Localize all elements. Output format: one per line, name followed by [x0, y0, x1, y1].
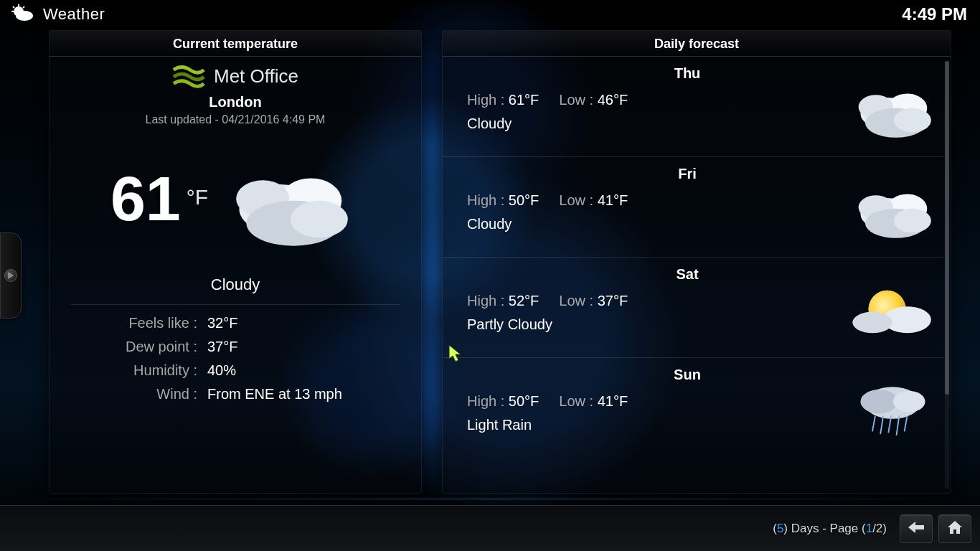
wind-value: From ENE at 13 mph — [207, 386, 392, 402]
low-label: Low : — [559, 92, 597, 108]
forecast-temps: High : 61°FLow : 46°F — [467, 92, 864, 108]
low-label: Low : — [559, 393, 597, 409]
page-status: (5) Days - Page (1/2) — [773, 522, 887, 536]
high-value: 61°F — [509, 92, 539, 108]
content: Current temperature Met Office London La… — [49, 30, 951, 494]
cloudy-icon — [846, 168, 939, 247]
status-text: ) Days - Page ( — [783, 522, 865, 535]
humidity-label: Humidity : — [78, 362, 207, 379]
forecast-item[interactable]: ThuHigh : 61°FLow : 46°FCloudy — [443, 57, 943, 157]
last-updated: Last updated - 04/21/2016 4:49 PM — [50, 113, 421, 126]
forecast-condition: Cloudy — [467, 116, 864, 132]
status-text: ) — [882, 522, 887, 535]
scrollbar[interactable] — [945, 61, 949, 489]
status-days: 5 — [777, 522, 783, 535]
forecast-panel-title: Daily forecast — [443, 31, 951, 57]
low-value: 37°F — [598, 293, 628, 309]
high-value: 50°F — [509, 192, 539, 208]
current-condition: Cloudy — [50, 276, 421, 294]
low-label: Low : — [559, 293, 597, 309]
high-value: 50°F — [509, 393, 539, 409]
forecast-item[interactable]: FriHigh : 50°FLow : 41°FCloudy — [443, 157, 943, 258]
high-label: High : — [467, 393, 509, 409]
high-label: High : — [467, 92, 509, 108]
forecast-item[interactable]: SatHigh : 52°FLow : 37°FPartly Cloudy — [443, 258, 943, 358]
forecast-list[interactable]: ThuHigh : 61°FLow : 46°FCloudyFriHigh : … — [443, 57, 943, 493]
temp-unit: °F — [187, 185, 208, 209]
back-button[interactable] — [900, 514, 933, 543]
expand-icon — [4, 269, 17, 282]
forecast-day: Thu — [489, 65, 886, 82]
forecast-condition: Cloudy — [467, 216, 864, 232]
feels-like-label: Feels like : — [78, 315, 207, 331]
high-label: High : — [467, 293, 509, 309]
feels-like-value: 32°F — [207, 315, 392, 331]
forecast-temps: High : 52°FLow : 37°F — [467, 293, 864, 309]
low-label: Low : — [559, 192, 597, 208]
humidity-value: 40% — [207, 362, 392, 379]
forecast-day: Sat — [489, 266, 886, 283]
dew-point-value: 37°F — [207, 339, 392, 355]
forecast-condition: Partly Cloudy — [467, 316, 864, 333]
low-value: 41°F — [598, 393, 628, 409]
forecast-day: Sun — [489, 367, 886, 383]
current-temp: 61 — [110, 163, 181, 234]
arrow-left-icon — [907, 520, 925, 537]
svg-marker-23 — [8, 272, 14, 279]
page-title: Weather — [43, 5, 105, 24]
high-value: 52°F — [509, 293, 539, 309]
wind-label: Wind : — [78, 386, 207, 402]
header-bar: Weather 4:49 PM — [0, 0, 980, 29]
low-value: 41°F — [598, 192, 628, 208]
weather-icon — [10, 4, 34, 25]
partly-cloudy-icon — [846, 268, 939, 347]
current-temp-wrap: 61°F — [110, 162, 202, 235]
forecast-temps: High : 50°FLow : 41°F — [467, 192, 864, 209]
current-reading: 61°F — [50, 145, 421, 253]
side-panel-handle[interactable] — [0, 232, 22, 319]
divider — [71, 304, 400, 305]
footer: (5) Days - Page (1/2) — [0, 505, 980, 551]
forecast-item[interactable]: SunHigh : 50°FLow : 41°FLight Rain — [443, 358, 943, 458]
forecast-panel: Daily forecast ThuHigh : 61°FLow : 46°FC… — [442, 30, 951, 494]
location: London — [50, 94, 421, 110]
forecast-temps: High : 50°FLow : 41°F — [467, 393, 864, 410]
provider: Met Office — [50, 64, 421, 88]
clock: 4:49 PM — [902, 4, 967, 24]
current-condition-icon — [217, 145, 360, 253]
forecast-day: Fri — [489, 166, 886, 182]
provider-name: Met Office — [214, 65, 298, 88]
status-page-total: 2 — [876, 522, 882, 535]
home-button[interactable] — [938, 514, 971, 543]
scrollbar-thumb[interactable] — [945, 61, 949, 395]
footer-divider — [0, 499, 980, 499]
home-icon — [946, 519, 963, 538]
met-office-icon — [172, 64, 205, 88]
low-value: 46°F — [598, 92, 628, 108]
current-panel: Current temperature Met Office London La… — [49, 30, 422, 494]
high-label: High : — [467, 192, 509, 208]
current-panel-title: Current temperature — [50, 31, 421, 57]
stats-grid: Feels like : 32°F Dew point : 37°F Humid… — [50, 315, 421, 402]
forecast-condition: Light Rain — [467, 417, 864, 433]
cloudy-icon — [846, 67, 939, 146]
status-page-current: 1 — [866, 522, 872, 535]
dew-point-label: Dew point : — [78, 339, 207, 355]
light-rain-icon — [846, 369, 939, 448]
